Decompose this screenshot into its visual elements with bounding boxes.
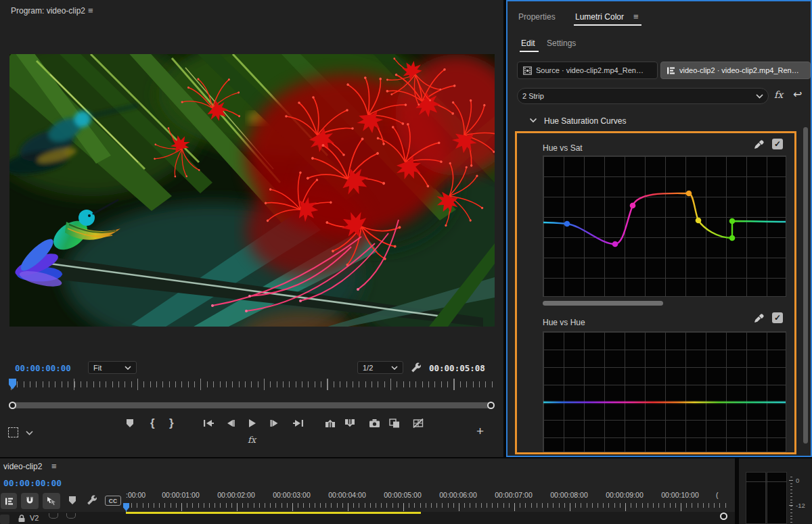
- timeline-track-area[interactable]: [0, 512, 735, 524]
- section-title-hue-saturation-curves[interactable]: Hue Saturation Curves: [544, 116, 626, 126]
- ruler-label: 00:00:08:00: [550, 491, 587, 499]
- hue-vs-hue-curve[interactable]: [543, 332, 786, 452]
- fx-toggle-icon[interactable]: fx: [774, 89, 783, 100]
- hue-vs-hue-curve-grid[interactable]: [543, 331, 786, 452]
- curve-control-point[interactable]: [729, 218, 736, 224]
- multicam-toggle-off-icon[interactable]: [413, 419, 424, 428]
- chevron-down-icon[interactable]: [26, 431, 33, 435]
- curve-control-point[interactable]: [630, 203, 636, 209]
- curve-control-point[interactable]: [564, 221, 570, 227]
- program-panel-menu-icon[interactable]: ≡: [88, 6, 93, 15]
- ruler-label: 00:00:02:00: [217, 491, 254, 499]
- active-tab-underline: [574, 24, 641, 26]
- tab-settings[interactable]: Settings: [547, 39, 576, 48]
- tab-lumetri-color[interactable]: Lumetri Color: [575, 12, 624, 22]
- sequence-clip-button-selected[interactable]: video-clip2 · video-clip2.mp4_Ren…: [660, 62, 811, 79]
- timeline-ruler-labels: :00:00 ( 00:00:01:0000:00:02:0000:00:03:…: [0, 491, 735, 500]
- hue-vs-hue-enable-checkbox[interactable]: ✓: [772, 312, 783, 323]
- play-button-icon[interactable]: [248, 419, 256, 428]
- reset-effect-icon[interactable]: ↩: [793, 88, 802, 101]
- ruler-label: 00:00:10:00: [661, 491, 698, 499]
- curve-title-hue-vs-sat: Hue vs Sat: [543, 143, 583, 153]
- tab-properties[interactable]: Properties: [518, 12, 556, 22]
- curve-control-point[interactable]: [729, 235, 736, 241]
- program-panel-title: Program: video-clip2: [11, 6, 85, 16]
- meter-scale-ticks: [790, 477, 792, 524]
- comparison-view-icon[interactable]: [389, 419, 400, 428]
- program-video-preview: [9, 54, 495, 327]
- export-region-marquee-icon[interactable]: [8, 427, 18, 437]
- step-forward-icon[interactable]: [269, 419, 279, 427]
- clip-duration-bar[interactable]: [126, 512, 421, 514]
- go-to-out-icon[interactable]: [292, 419, 304, 427]
- fx-badge[interactable]: fx: [248, 435, 256, 445]
- hue-vs-sat-enable-checkbox[interactable]: ✓: [772, 139, 783, 149]
- eyedropper-icon[interactable]: [754, 312, 765, 324]
- mark-in-icon[interactable]: {: [150, 416, 155, 430]
- sequence-clip-label: video-clip2 · video-clip2.mp4_Ren…: [679, 66, 799, 74]
- eyedropper-icon[interactable]: [754, 139, 765, 150]
- program-time-ruler[interactable]: [0, 377, 503, 396]
- timeline-panel-menu-icon[interactable]: ≡: [51, 462, 57, 471]
- ruler-label: 00:00:03:00: [273, 491, 310, 499]
- timeline-panel: video-clip2 ≡ 00:00:00:00 CC :00:00 ( 00…: [0, 458, 735, 524]
- track-lock-icon[interactable]: [18, 515, 26, 523]
- timeline-panel-title[interactable]: video-clip2: [3, 462, 42, 471]
- step-back-icon[interactable]: [225, 419, 235, 427]
- extract-icon[interactable]: [344, 419, 355, 428]
- audio-meter-bar-right: [767, 472, 787, 524]
- transport-bar: { } fx +: [0, 414, 503, 448]
- source-clip-button[interactable]: Source · video-clip2.mp4_Ren…: [517, 62, 658, 79]
- panel-vertical-scrollbar[interactable]: [803, 127, 808, 444]
- track-v2-label[interactable]: V2: [30, 514, 39, 522]
- timeline-ruler[interactable]: [126, 503, 728, 511]
- meter-tick-minus12: [789, 505, 793, 506]
- lumetri-preset-select[interactable]: 2 Strip: [517, 88, 769, 104]
- source-clip-label: Source · video-clip2.mp4_Ren…: [536, 66, 644, 74]
- hue-vs-sat-curve[interactable]: [543, 156, 786, 296]
- checkmark-icon: ✓: [774, 139, 781, 149]
- ruler-label-overflow: (: [716, 491, 719, 499]
- zoom-handle-right[interactable]: [487, 402, 495, 409]
- meter-label-0: 0: [796, 477, 799, 484]
- track-toggle-partial-icon[interactable]: [49, 513, 58, 519]
- curve-control-point[interactable]: [696, 218, 702, 224]
- chevron-down-icon: [756, 94, 763, 99]
- track-toggle-partial-icon[interactable]: [66, 513, 76, 519]
- ruler-label: 00:00:04:00: [328, 491, 365, 499]
- program-duration-timecode: 00:00:05:08: [429, 363, 485, 373]
- program-current-timecode[interactable]: 00:00:00:00: [15, 363, 71, 373]
- ruler-label-first: :00:00: [126, 491, 145, 499]
- video-frame-illustration: [9, 54, 495, 327]
- ruler-label: 00:00:09:00: [606, 491, 643, 499]
- tab-edit[interactable]: Edit: [521, 39, 535, 48]
- curve-control-point[interactable]: [612, 241, 618, 247]
- timeline-timecode[interactable]: 00:00:00:00: [3, 478, 62, 488]
- meter-label-minus12: -12: [796, 502, 805, 509]
- lift-icon[interactable]: [325, 419, 336, 428]
- zoom-level-select[interactable]: Fit: [88, 361, 137, 374]
- playback-resolution-select[interactable]: 1/2: [357, 361, 403, 374]
- premiere-app: Program: video-clip2 ≡: [0, 0, 812, 524]
- export-frame-camera-icon[interactable]: [369, 419, 380, 428]
- go-to-in-icon[interactable]: [203, 419, 215, 427]
- track-source-assign-partial[interactable]: [0, 515, 9, 524]
- program-zoom-scrollbar[interactable]: [9, 402, 494, 408]
- hue-vs-sat-curve-grid[interactable]: [543, 156, 786, 297]
- timeline-scrollbar-handle[interactable]: [720, 513, 727, 520]
- mark-out-icon[interactable]: }: [169, 416, 174, 430]
- meter-segment-line: [746, 481, 787, 482]
- add-marker-icon[interactable]: [126, 419, 134, 428]
- curve-horizontal-scrollbar[interactable]: [543, 301, 663, 306]
- chevron-down-icon: [125, 366, 131, 370]
- add-button[interactable]: +: [476, 424, 484, 439]
- checkmark-icon: ✓: [774, 313, 781, 323]
- audio-meter-panel: 0 -12: [739, 458, 812, 524]
- lumetri-panel-menu-icon[interactable]: ≡: [633, 12, 639, 21]
- zoom-handle-left[interactable]: [9, 402, 16, 409]
- curve-control-point[interactable]: [686, 191, 692, 197]
- settings-wrench-icon[interactable]: [410, 362, 422, 373]
- lumetri-color-panel: Properties Lumetri Color ≡ Edit Settings…: [506, 0, 812, 457]
- curve-title-hue-vs-hue: Hue vs Hue: [543, 318, 585, 327]
- section-chevron-down-icon[interactable]: [529, 118, 537, 123]
